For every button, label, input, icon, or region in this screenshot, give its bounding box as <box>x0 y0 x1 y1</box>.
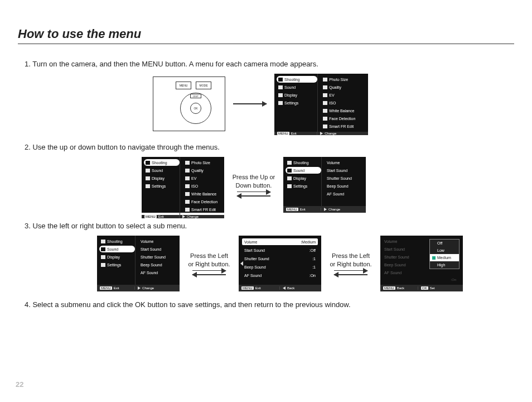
page-title: How to use the menu <box>18 27 514 44</box>
tab-shooting: Shooting <box>277 76 317 83</box>
camera-diagram: MENU MODE DISP OK <box>153 76 225 131</box>
arrows-bidirectional-icon <box>334 270 367 275</box>
arrow-right-icon <box>233 103 267 104</box>
caption-leftright-1: Press the Left or Right button. <box>187 252 231 268</box>
menu-screen-sound-2: Shooting Sound Display Settings Volume S… <box>97 236 180 291</box>
menu-screen-shooting: Shooting Sound Display Settings Photo Si… <box>274 74 368 134</box>
caption-leftright-2: Press the Left or Right button. <box>329 252 373 268</box>
option-medium: Medium <box>430 254 459 261</box>
speaker-icon <box>240 261 243 266</box>
arrows-bidirectional-icon <box>237 192 270 197</box>
camera-mode-button: MODE <box>196 82 211 89</box>
menu-screen-volume-options: Volume Start Sound Shutter Sound Beep So… <box>380 236 463 291</box>
camera-disp-label: DISP <box>190 94 201 98</box>
volume-option-popup: Off Low Medium High <box>429 239 460 269</box>
menu-screen-sound: Shooting Sound Display Settings Volume S… <box>283 157 366 213</box>
tab-sound: Sound <box>277 84 317 90</box>
menu-screen-shooting-2: Shooting Sound Display Settings Photo Si… <box>142 157 224 213</box>
caption-updown: Press the Up or Down button. <box>232 173 275 189</box>
tab-display: Display <box>277 92 317 98</box>
page-number: 22 <box>16 380 23 389</box>
tab-settings: Settings <box>277 99 317 106</box>
step-3-text: 3. Use the left or right button to selec… <box>25 222 507 230</box>
option-high: High <box>430 261 459 269</box>
step-1-text: 1. Turn on the camera, and then the MENU… <box>25 60 507 68</box>
camera-ok-button: OK <box>190 103 201 114</box>
option-low: Low <box>430 247 459 254</box>
option-off: Off <box>430 240 459 247</box>
camera-menu-button: MENU <box>176 82 191 89</box>
step-2-text: 2. Use the up or down button to navigate… <box>25 143 507 151</box>
arrows-bidirectional-icon <box>192 270 226 275</box>
step-4-text: 4. Select a submenu and click the OK but… <box>25 300 507 309</box>
menu-screen-sound-detail: Volume:Medium Start Sound:Off Shutter So… <box>239 236 321 291</box>
